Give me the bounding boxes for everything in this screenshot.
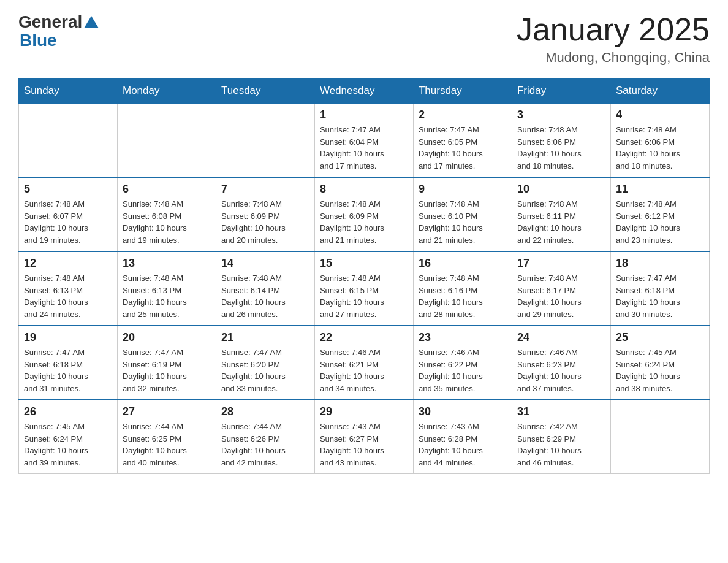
calendar-week-row: 26Sunrise: 7:45 AMSunset: 6:24 PMDayligh…: [19, 400, 710, 474]
day-number: 28: [221, 405, 309, 418]
calendar-day-2: 2Sunrise: 7:47 AMSunset: 6:05 PMDaylight…: [413, 104, 512, 178]
calendar-day-14: 14Sunrise: 7:48 AMSunset: 6:14 PMDayligh…: [216, 251, 314, 326]
calendar-day-25: 25Sunrise: 7:45 AMSunset: 6:24 PMDayligh…: [610, 326, 709, 400]
calendar-day-20: 20Sunrise: 7:47 AMSunset: 6:19 PMDayligh…: [117, 326, 216, 400]
calendar-day-15: 15Sunrise: 7:48 AMSunset: 6:15 PMDayligh…: [314, 251, 413, 326]
logo-blue: Blue: [20, 31, 99, 50]
day-info: Sunrise: 7:48 AMSunset: 6:17 PMDaylight:…: [517, 272, 605, 320]
calendar-day-29: 29Sunrise: 7:43 AMSunset: 6:27 PMDayligh…: [314, 400, 413, 474]
day-number: 4: [616, 109, 704, 121]
day-header-tuesday: Tuesday: [216, 79, 314, 104]
calendar-day-16: 16Sunrise: 7:48 AMSunset: 6:16 PMDayligh…: [413, 251, 512, 326]
calendar-day-24: 24Sunrise: 7:46 AMSunset: 6:23 PMDayligh…: [512, 326, 610, 400]
day-header-sunday: Sunday: [19, 79, 118, 104]
day-info: Sunrise: 7:47 AMSunset: 6:18 PMDaylight:…: [616, 272, 704, 320]
day-number: 25: [616, 331, 704, 344]
day-number: 8: [320, 183, 408, 196]
day-info: Sunrise: 7:48 AMSunset: 6:13 PMDaylight:…: [24, 272, 112, 320]
calendar-day-18: 18Sunrise: 7:47 AMSunset: 6:18 PMDayligh…: [610, 251, 709, 326]
day-info: Sunrise: 7:47 AMSunset: 6:20 PMDaylight:…: [221, 347, 309, 394]
calendar-day-21: 21Sunrise: 7:47 AMSunset: 6:20 PMDayligh…: [216, 326, 314, 400]
calendar-day-3: 3Sunrise: 7:48 AMSunset: 6:06 PMDaylight…: [512, 104, 610, 178]
day-info: Sunrise: 7:44 AMSunset: 6:25 PMDaylight:…: [123, 421, 211, 469]
calendar-day-6: 6Sunrise: 7:48 AMSunset: 6:08 PMDaylight…: [117, 177, 216, 251]
calendar-day-26: 26Sunrise: 7:45 AMSunset: 6:24 PMDayligh…: [19, 400, 118, 474]
day-number: 19: [24, 331, 112, 344]
day-number: 3: [517, 109, 605, 121]
day-number: 16: [419, 257, 507, 270]
calendar-day-30: 30Sunrise: 7:43 AMSunset: 6:28 PMDayligh…: [413, 400, 512, 474]
day-number: 29: [320, 405, 408, 418]
calendar-week-row: 12Sunrise: 7:48 AMSunset: 6:13 PMDayligh…: [19, 251, 710, 326]
day-info: Sunrise: 7:46 AMSunset: 6:22 PMDaylight:…: [419, 347, 507, 394]
day-number: 23: [419, 331, 507, 344]
day-number: 14: [221, 257, 309, 270]
day-number: 24: [517, 331, 605, 344]
day-info: Sunrise: 7:48 AMSunset: 6:12 PMDaylight:…: [616, 198, 704, 246]
day-info: Sunrise: 7:48 AMSunset: 6:08 PMDaylight:…: [123, 198, 211, 246]
calendar-day-22: 22Sunrise: 7:46 AMSunset: 6:21 PMDayligh…: [314, 326, 413, 400]
day-info: Sunrise: 7:42 AMSunset: 6:29 PMDaylight:…: [517, 421, 605, 469]
day-header-saturday: Saturday: [610, 79, 709, 104]
calendar-empty-cell: [216, 104, 314, 178]
day-info: Sunrise: 7:48 AMSunset: 6:13 PMDaylight:…: [123, 272, 211, 320]
day-number: 22: [320, 331, 408, 344]
calendar-day-19: 19Sunrise: 7:47 AMSunset: 6:18 PMDayligh…: [19, 326, 118, 400]
day-number: 15: [320, 257, 408, 270]
day-number: 7: [221, 183, 309, 196]
day-number: 10: [517, 183, 605, 196]
day-number: 1: [320, 109, 408, 121]
day-number: 12: [24, 257, 112, 270]
logo-general: General: [18, 12, 82, 32]
calendar-day-4: 4Sunrise: 7:48 AMSunset: 6:06 PMDaylight…: [610, 104, 709, 178]
calendar-day-17: 17Sunrise: 7:48 AMSunset: 6:17 PMDayligh…: [512, 251, 610, 326]
day-number: 17: [517, 257, 605, 270]
svg-marker-0: [84, 16, 99, 28]
day-info: Sunrise: 7:48 AMSunset: 6:06 PMDaylight:…: [616, 124, 704, 172]
calendar-header-row: SundayMondayTuesdayWednesdayThursdayFrid…: [19, 79, 710, 104]
calendar-table: SundayMondayTuesdayWednesdayThursdayFrid…: [18, 78, 710, 474]
day-info: Sunrise: 7:45 AMSunset: 6:24 PMDaylight:…: [24, 421, 112, 469]
day-info: Sunrise: 7:46 AMSunset: 6:23 PMDaylight:…: [517, 347, 605, 394]
day-info: Sunrise: 7:46 AMSunset: 6:21 PMDaylight:…: [320, 347, 408, 394]
day-info: Sunrise: 7:48 AMSunset: 6:16 PMDaylight:…: [419, 272, 507, 320]
calendar-day-13: 13Sunrise: 7:48 AMSunset: 6:13 PMDayligh…: [117, 251, 216, 326]
day-info: Sunrise: 7:45 AMSunset: 6:24 PMDaylight:…: [616, 347, 704, 394]
calendar-day-5: 5Sunrise: 7:48 AMSunset: 6:07 PMDaylight…: [19, 177, 118, 251]
calendar-empty-cell: [19, 104, 118, 178]
day-info: Sunrise: 7:48 AMSunset: 6:07 PMDaylight:…: [24, 198, 112, 246]
day-info: Sunrise: 7:48 AMSunset: 6:10 PMDaylight:…: [419, 198, 507, 246]
day-number: 11: [616, 183, 704, 196]
day-info: Sunrise: 7:44 AMSunset: 6:26 PMDaylight:…: [221, 421, 309, 469]
calendar-day-9: 9Sunrise: 7:48 AMSunset: 6:10 PMDaylight…: [413, 177, 512, 251]
day-header-wednesday: Wednesday: [314, 79, 413, 104]
page-title: January 2025: [517, 12, 710, 47]
day-header-thursday: Thursday: [413, 79, 512, 104]
day-number: 30: [419, 405, 507, 418]
day-info: Sunrise: 7:48 AMSunset: 6:09 PMDaylight:…: [320, 198, 408, 246]
day-info: Sunrise: 7:43 AMSunset: 6:27 PMDaylight:…: [320, 421, 408, 469]
logo: General Blue: [18, 12, 99, 50]
day-number: 21: [221, 331, 309, 344]
day-info: Sunrise: 7:48 AMSunset: 6:14 PMDaylight:…: [221, 272, 309, 320]
calendar-day-1: 1Sunrise: 7:47 AMSunset: 6:04 PMDaylight…: [314, 104, 413, 178]
day-info: Sunrise: 7:43 AMSunset: 6:28 PMDaylight:…: [419, 421, 507, 469]
day-number: 18: [616, 257, 704, 270]
calendar-day-7: 7Sunrise: 7:48 AMSunset: 6:09 PMDaylight…: [216, 177, 314, 251]
page-subtitle: Mudong, Chongqing, China: [517, 50, 710, 66]
calendar-day-28: 28Sunrise: 7:44 AMSunset: 6:26 PMDayligh…: [216, 400, 314, 474]
calendar-day-23: 23Sunrise: 7:46 AMSunset: 6:22 PMDayligh…: [413, 326, 512, 400]
day-info: Sunrise: 7:48 AMSunset: 6:06 PMDaylight:…: [517, 124, 605, 172]
day-header-monday: Monday: [117, 79, 216, 104]
logo-triangle-icon: [84, 15, 99, 28]
calendar-day-31: 31Sunrise: 7:42 AMSunset: 6:29 PMDayligh…: [512, 400, 610, 474]
day-number: 27: [123, 405, 211, 418]
day-info: Sunrise: 7:48 AMSunset: 6:09 PMDaylight:…: [221, 198, 309, 246]
calendar-empty-cell: [117, 104, 216, 178]
day-number: 13: [123, 257, 211, 270]
day-info: Sunrise: 7:47 AMSunset: 6:18 PMDaylight:…: [24, 347, 112, 394]
calendar-week-row: 1Sunrise: 7:47 AMSunset: 6:04 PMDaylight…: [19, 104, 710, 178]
calendar-day-8: 8Sunrise: 7:48 AMSunset: 6:09 PMDaylight…: [314, 177, 413, 251]
day-info: Sunrise: 7:47 AMSunset: 6:19 PMDaylight:…: [123, 347, 211, 394]
calendar-week-row: 19Sunrise: 7:47 AMSunset: 6:18 PMDayligh…: [19, 326, 710, 400]
